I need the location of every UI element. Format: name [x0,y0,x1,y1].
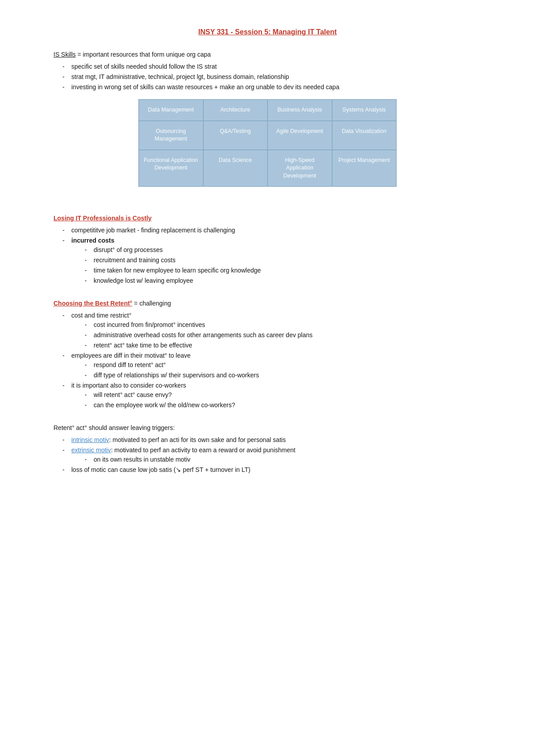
list-item: recruitment and training costs [85,256,482,265]
grid-cell: Data Visualization [332,121,397,150]
list-item: investing in wrong set of skills can was… [62,83,482,92]
extrinsic-sub-list: on its own results in unstable motiv [71,455,482,464]
grid-cell: Q&A/Testing [203,121,268,150]
is-skills-section: IS Skills = important resources that for… [54,50,482,187]
retent-intro: Retent° act° should answer leaving trigg… [54,423,482,433]
list-item: respond diff to retent° act° [85,360,482,370]
is-skills-intro-text: = important resources that form unique o… [76,51,211,58]
coworkers-sub-list: will retent° act° cause envy? can the em… [71,390,482,410]
list-item: extrinsic motiv: motivated to perf an ac… [62,446,482,464]
list-item: on its own results in unstable motiv [85,455,482,464]
grid-cell: Outsourcing Management [139,121,203,150]
losing-bullet-list: competititve job market - finding replac… [54,226,482,285]
grid-cell: Systems Analysis [332,99,397,121]
list-item: competititve job market - finding replac… [62,226,482,235]
grid-cell: Data Management [139,99,203,121]
choosing-heading-line: Choosing the Best Retent° = challenging [54,299,482,308]
intrinsic-motiv-label: intrinsic motiv [71,436,109,443]
list-item: strat mgt, IT administrative, technical,… [62,72,482,82]
list-item: loss of motic can cause low job satis (↘… [62,465,482,475]
list-item: specific set of skills needed should fol… [62,62,482,71]
retent-bullet-list: intrinsic motiv: motivated to perf an ac… [54,435,482,475]
list-item: intrinsic motiv: motivated to perf an ac… [62,435,482,445]
choosing-bullet-list: cost and time restrict° cost incurred fr… [54,311,482,410]
grid-cell: Data Science [203,150,268,187]
is-skills-intro: IS Skills = important resources that for… [54,50,482,59]
choosing-section: Choosing the Best Retent° = challenging … [54,299,482,410]
list-item: it is important also to consider co-work… [62,381,482,410]
incurred-costs-sublist: disrupt° of org processes recruitment an… [71,245,482,285]
incurred-costs-label: incurred costs [71,237,114,244]
list-item: cost and time restrict° cost incurred fr… [62,311,482,350]
cost-time-label: cost and time restrict° [71,312,132,319]
losing-heading: Losing IT Professionals is Costly [54,214,482,223]
losing-section: Losing IT Professionals is Costly compet… [54,214,482,285]
grid-cell: Architecture [203,99,268,121]
list-item: diff type of relationships w/ their supe… [85,371,482,380]
grid-cell: High-Speed Application Development [268,150,332,187]
extrinsic-motiv-text: : motivated to perf an activity to earn … [111,446,296,454]
list-item: cost incurred from fin/promot° incentive… [85,320,482,330]
choosing-intro-suffix: = challenging [132,300,171,307]
list-item: employees are diff in their motivat° to … [62,351,482,380]
employees-diff-label: employees are diff in their motivat° to … [71,352,191,359]
employees-sub-list: respond diff to retent° act° diff type o… [71,360,482,380]
cost-sub-list: cost incurred from fin/promot° incentive… [71,320,482,350]
grid-cell: Functional Application Development [139,150,203,187]
page-title: INSY 331 - Session 5: Managing IT Talent [54,27,482,37]
grid-cell: Agile Development [268,121,332,150]
choosing-heading: Choosing the Best Retent° [54,300,132,307]
list-item: incurred costs disrupt° of org processes… [62,236,482,285]
grid-cell: Project Management [332,150,397,187]
intrinsic-motiv-text: : motivated to perf an acti for its own … [109,436,286,443]
is-skills-label: IS Skills [54,51,76,58]
retent-section: Retent° act° should answer leaving trigg… [54,423,482,475]
list-item: retent° act° take time to be effective [85,341,482,350]
grid-cell: Business Analysis [268,99,332,121]
list-item: can the employee work w/ the old/new co-… [85,401,482,410]
list-item: disrupt° of org processes [85,245,482,255]
list-item: will retent° act° cause envy? [85,390,482,400]
list-item: time taken for new employee to learn spe… [85,266,482,275]
is-skills-bullet-list: specific set of skills needed should fol… [54,62,482,92]
coworkers-label: it is important also to consider co-work… [71,382,186,389]
skills-grid: Data Management Architecture Business An… [138,99,397,187]
list-item: administrative overhead costs for other … [85,330,482,340]
list-item: knowledge lost w/ leaving employee [85,276,482,285]
extrinsic-motiv-label: extrinsic motiv [71,446,111,454]
